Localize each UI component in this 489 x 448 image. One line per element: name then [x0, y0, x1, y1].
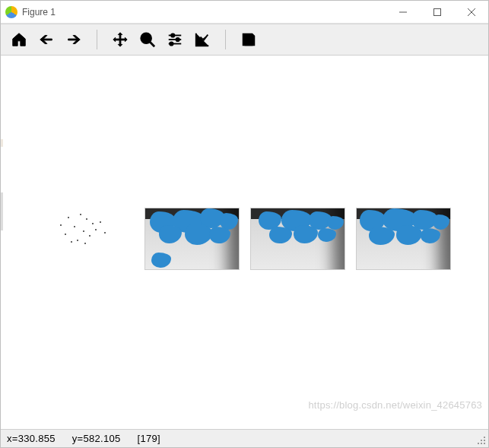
zoom-button[interactable]	[135, 27, 160, 52]
watermark-text: https://blog.csdn.net/weixin_42645763	[308, 399, 482, 411]
status-bar: x=330.855 y=582.105 [179]	[1, 429, 488, 447]
svg-point-7	[171, 33, 174, 37]
svg-point-4	[141, 33, 151, 43]
svg-point-9	[176, 38, 179, 41]
cursor-y: y=582.105	[72, 433, 121, 444]
pixel-intensity: [179]	[138, 433, 160, 444]
svg-rect-18	[481, 443, 482, 444]
save-button[interactable]	[237, 27, 261, 52]
home-button[interactable]	[7, 27, 31, 52]
navigation-toolbar	[1, 24, 488, 56]
home-icon	[11, 31, 27, 48]
svg-rect-15	[481, 440, 482, 441]
configure-subplots-button[interactable]	[163, 27, 187, 52]
svg-rect-19	[484, 443, 485, 444]
save-icon	[240, 31, 257, 48]
toolbar-separator	[97, 30, 97, 49]
close-button[interactable]	[454, 1, 488, 24]
subplot-3[interactable]	[250, 208, 345, 270]
sliders-icon	[167, 31, 183, 48]
svg-rect-13	[245, 40, 252, 45]
arrow-right-icon	[65, 31, 82, 48]
edge-artifact	[1, 192, 3, 230]
svg-rect-16	[484, 440, 485, 441]
forward-button[interactable]	[62, 27, 86, 52]
pan-button[interactable]	[108, 27, 132, 52]
edit-parameters-button[interactable]	[190, 27, 214, 52]
figure-canvas[interactable]: https://blog.csdn.net/weixin_42645763	[1, 56, 488, 429]
zoom-icon	[139, 31, 156, 48]
svg-rect-17	[478, 443, 479, 444]
svg-rect-12	[245, 34, 250, 38]
figure-window: Figure 1	[0, 0, 489, 448]
back-button[interactable]	[34, 27, 59, 52]
window-controls	[386, 1, 488, 24]
cursor-x: x=330.855	[7, 433, 56, 444]
subplot-row	[39, 208, 465, 270]
subplot-1[interactable]	[39, 208, 134, 270]
svg-rect-1	[433, 8, 440, 15]
move-icon	[112, 31, 129, 48]
title-bar: Figure 1	[1, 1, 488, 24]
subplot-4[interactable]	[356, 208, 451, 270]
minimize-button[interactable]	[386, 1, 420, 24]
edge-artifact	[1, 139, 3, 147]
svg-rect-14	[484, 437, 485, 438]
chart-line-icon	[194, 31, 211, 48]
svg-line-5	[150, 42, 154, 46]
maximize-button[interactable]	[420, 1, 454, 24]
arrow-left-icon	[38, 31, 55, 48]
matplotlib-icon	[5, 6, 17, 18]
resize-grip[interactable]	[478, 437, 487, 446]
toolbar-separator	[225, 30, 226, 49]
window-title: Figure 1	[22, 7, 56, 17]
subplot-2[interactable]	[144, 208, 240, 270]
svg-point-11	[170, 42, 173, 45]
